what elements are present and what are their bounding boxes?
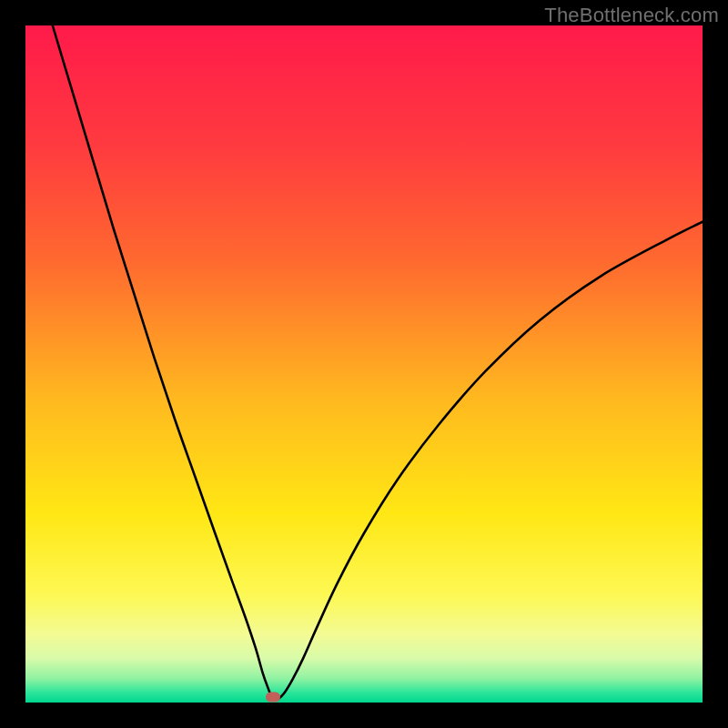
chart-frame: TheBottleneck.com: [0, 0, 728, 728]
watermark-text: TheBottleneck.com: [544, 4, 719, 27]
optimum-marker: [266, 693, 280, 703]
chart-svg: [25, 25, 703, 703]
plot-area: [25, 25, 703, 703]
gradient-background: [25, 25, 703, 703]
